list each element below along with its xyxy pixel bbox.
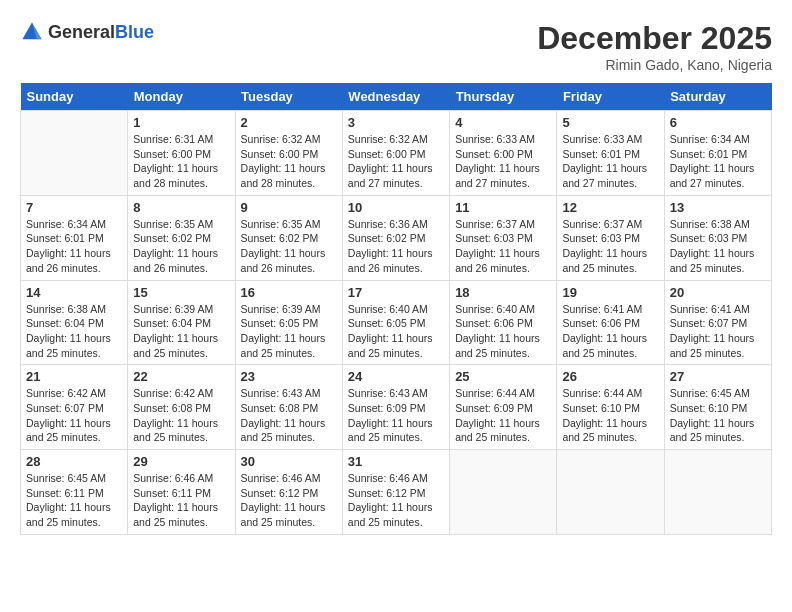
calendar-cell: 26Sunrise: 6:44 AM Sunset: 6:10 PM Dayli… — [557, 365, 664, 450]
day-number: 30 — [241, 454, 337, 469]
day-number: 3 — [348, 115, 444, 130]
day-number: 12 — [562, 200, 658, 215]
day-info: Sunrise: 6:40 AM Sunset: 6:06 PM Dayligh… — [455, 302, 551, 361]
day-info: Sunrise: 6:43 AM Sunset: 6:08 PM Dayligh… — [241, 386, 337, 445]
title-area: December 2025 Rimin Gado, Kano, Nigeria — [537, 20, 772, 73]
day-info: Sunrise: 6:39 AM Sunset: 6:05 PM Dayligh… — [241, 302, 337, 361]
calendar-cell: 14Sunrise: 6:38 AM Sunset: 6:04 PM Dayli… — [21, 280, 128, 365]
day-number: 8 — [133, 200, 229, 215]
day-number: 25 — [455, 369, 551, 384]
day-info: Sunrise: 6:42 AM Sunset: 6:07 PM Dayligh… — [26, 386, 122, 445]
calendar-cell: 27Sunrise: 6:45 AM Sunset: 6:10 PM Dayli… — [664, 365, 771, 450]
day-info: Sunrise: 6:46 AM Sunset: 6:12 PM Dayligh… — [241, 471, 337, 530]
day-info: Sunrise: 6:39 AM Sunset: 6:04 PM Dayligh… — [133, 302, 229, 361]
logo-icon — [20, 20, 44, 44]
week-row-4: 21Sunrise: 6:42 AM Sunset: 6:07 PM Dayli… — [21, 365, 772, 450]
day-number: 14 — [26, 285, 122, 300]
day-number: 16 — [241, 285, 337, 300]
day-info: Sunrise: 6:41 AM Sunset: 6:07 PM Dayligh… — [670, 302, 766, 361]
day-info: Sunrise: 6:41 AM Sunset: 6:06 PM Dayligh… — [562, 302, 658, 361]
weekday-header-friday: Friday — [557, 83, 664, 111]
day-number: 31 — [348, 454, 444, 469]
day-info: Sunrise: 6:34 AM Sunset: 6:01 PM Dayligh… — [26, 217, 122, 276]
day-info: Sunrise: 6:44 AM Sunset: 6:09 PM Dayligh… — [455, 386, 551, 445]
calendar-cell — [664, 450, 771, 535]
day-info: Sunrise: 6:38 AM Sunset: 6:03 PM Dayligh… — [670, 217, 766, 276]
day-info: Sunrise: 6:34 AM Sunset: 6:01 PM Dayligh… — [670, 132, 766, 191]
weekday-header-thursday: Thursday — [450, 83, 557, 111]
day-number: 26 — [562, 369, 658, 384]
day-number: 4 — [455, 115, 551, 130]
day-info: Sunrise: 6:45 AM Sunset: 6:11 PM Dayligh… — [26, 471, 122, 530]
logo-general-text: General — [48, 22, 115, 42]
calendar-cell: 19Sunrise: 6:41 AM Sunset: 6:06 PM Dayli… — [557, 280, 664, 365]
day-info: Sunrise: 6:33 AM Sunset: 6:00 PM Dayligh… — [455, 132, 551, 191]
logo: GeneralBlue — [20, 20, 154, 44]
calendar-cell — [450, 450, 557, 535]
calendar-cell: 10Sunrise: 6:36 AM Sunset: 6:02 PM Dayli… — [342, 195, 449, 280]
day-number: 10 — [348, 200, 444, 215]
day-number: 9 — [241, 200, 337, 215]
day-number: 7 — [26, 200, 122, 215]
weekday-header-monday: Monday — [128, 83, 235, 111]
calendar-cell: 8Sunrise: 6:35 AM Sunset: 6:02 PM Daylig… — [128, 195, 235, 280]
day-info: Sunrise: 6:32 AM Sunset: 6:00 PM Dayligh… — [348, 132, 444, 191]
weekday-header-row: SundayMondayTuesdayWednesdayThursdayFrid… — [21, 83, 772, 111]
calendar-cell: 11Sunrise: 6:37 AM Sunset: 6:03 PM Dayli… — [450, 195, 557, 280]
calendar-cell: 1Sunrise: 6:31 AM Sunset: 6:00 PM Daylig… — [128, 111, 235, 196]
day-number: 17 — [348, 285, 444, 300]
day-number: 22 — [133, 369, 229, 384]
day-number: 5 — [562, 115, 658, 130]
weekday-header-wednesday: Wednesday — [342, 83, 449, 111]
weekday-header-tuesday: Tuesday — [235, 83, 342, 111]
calendar-cell — [21, 111, 128, 196]
day-number: 18 — [455, 285, 551, 300]
day-number: 21 — [26, 369, 122, 384]
logo-blue-text: Blue — [115, 22, 154, 42]
day-info: Sunrise: 6:35 AM Sunset: 6:02 PM Dayligh… — [241, 217, 337, 276]
calendar-cell: 24Sunrise: 6:43 AM Sunset: 6:09 PM Dayli… — [342, 365, 449, 450]
day-number: 11 — [455, 200, 551, 215]
calendar-cell: 29Sunrise: 6:46 AM Sunset: 6:11 PM Dayli… — [128, 450, 235, 535]
day-info: Sunrise: 6:37 AM Sunset: 6:03 PM Dayligh… — [562, 217, 658, 276]
month-title: December 2025 — [537, 20, 772, 57]
weekday-header-sunday: Sunday — [21, 83, 128, 111]
calendar-table: SundayMondayTuesdayWednesdayThursdayFrid… — [20, 83, 772, 535]
day-info: Sunrise: 6:46 AM Sunset: 6:11 PM Dayligh… — [133, 471, 229, 530]
calendar-cell: 15Sunrise: 6:39 AM Sunset: 6:04 PM Dayli… — [128, 280, 235, 365]
calendar-cell: 12Sunrise: 6:37 AM Sunset: 6:03 PM Dayli… — [557, 195, 664, 280]
calendar-cell: 21Sunrise: 6:42 AM Sunset: 6:07 PM Dayli… — [21, 365, 128, 450]
day-number: 19 — [562, 285, 658, 300]
day-info: Sunrise: 6:44 AM Sunset: 6:10 PM Dayligh… — [562, 386, 658, 445]
day-info: Sunrise: 6:45 AM Sunset: 6:10 PM Dayligh… — [670, 386, 766, 445]
calendar-cell: 6Sunrise: 6:34 AM Sunset: 6:01 PM Daylig… — [664, 111, 771, 196]
day-number: 27 — [670, 369, 766, 384]
day-number: 6 — [670, 115, 766, 130]
calendar-cell: 9Sunrise: 6:35 AM Sunset: 6:02 PM Daylig… — [235, 195, 342, 280]
day-info: Sunrise: 6:31 AM Sunset: 6:00 PM Dayligh… — [133, 132, 229, 191]
calendar-cell: 16Sunrise: 6:39 AM Sunset: 6:05 PM Dayli… — [235, 280, 342, 365]
calendar-cell: 4Sunrise: 6:33 AM Sunset: 6:00 PM Daylig… — [450, 111, 557, 196]
calendar-cell: 25Sunrise: 6:44 AM Sunset: 6:09 PM Dayli… — [450, 365, 557, 450]
page-header: GeneralBlue December 2025 Rimin Gado, Ka… — [20, 20, 772, 73]
calendar-cell: 5Sunrise: 6:33 AM Sunset: 6:01 PM Daylig… — [557, 111, 664, 196]
day-number: 2 — [241, 115, 337, 130]
day-info: Sunrise: 6:36 AM Sunset: 6:02 PM Dayligh… — [348, 217, 444, 276]
week-row-2: 7Sunrise: 6:34 AM Sunset: 6:01 PM Daylig… — [21, 195, 772, 280]
day-info: Sunrise: 6:46 AM Sunset: 6:12 PM Dayligh… — [348, 471, 444, 530]
calendar-cell: 7Sunrise: 6:34 AM Sunset: 6:01 PM Daylig… — [21, 195, 128, 280]
day-number: 15 — [133, 285, 229, 300]
calendar-cell: 18Sunrise: 6:40 AM Sunset: 6:06 PM Dayli… — [450, 280, 557, 365]
calendar-cell: 2Sunrise: 6:32 AM Sunset: 6:00 PM Daylig… — [235, 111, 342, 196]
calendar-cell — [557, 450, 664, 535]
day-info: Sunrise: 6:37 AM Sunset: 6:03 PM Dayligh… — [455, 217, 551, 276]
day-number: 29 — [133, 454, 229, 469]
day-info: Sunrise: 6:32 AM Sunset: 6:00 PM Dayligh… — [241, 132, 337, 191]
calendar-cell: 20Sunrise: 6:41 AM Sunset: 6:07 PM Dayli… — [664, 280, 771, 365]
location-subtitle: Rimin Gado, Kano, Nigeria — [537, 57, 772, 73]
week-row-5: 28Sunrise: 6:45 AM Sunset: 6:11 PM Dayli… — [21, 450, 772, 535]
calendar-cell: 17Sunrise: 6:40 AM Sunset: 6:05 PM Dayli… — [342, 280, 449, 365]
day-number: 13 — [670, 200, 766, 215]
day-info: Sunrise: 6:42 AM Sunset: 6:08 PM Dayligh… — [133, 386, 229, 445]
calendar-cell: 28Sunrise: 6:45 AM Sunset: 6:11 PM Dayli… — [21, 450, 128, 535]
